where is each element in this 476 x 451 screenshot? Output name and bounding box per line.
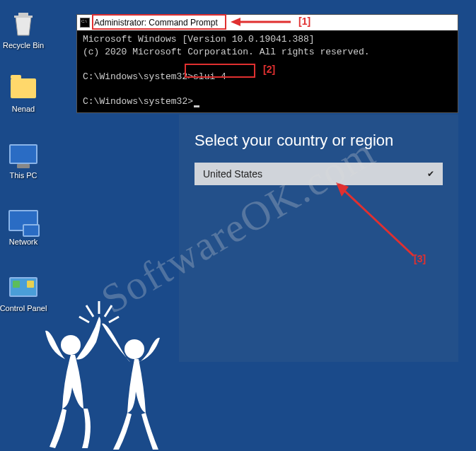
cmd-prompt-line: C:\Windows\system32> (83, 95, 452, 108)
region-dialog: Select your country or region United Sta… (179, 115, 458, 362)
network-icon (8, 205, 38, 235)
svg-rect-0 (18, 13, 28, 16)
folder-icon (8, 72, 38, 102)
svg-rect-1 (14, 16, 33, 18)
mascot-figures (28, 288, 177, 451)
desktop-icon-nenad[interactable]: Nenad (0, 72, 48, 113)
svg-line-8 (86, 305, 93, 317)
this-pc-icon (8, 139, 38, 168)
desktop-icon-label: Recycle Bin (0, 41, 48, 49)
svg-line-9 (105, 305, 112, 317)
cmd-title: Administrator: Command Prompt (94, 18, 218, 28)
desktop-icon-label: Nenad (0, 105, 48, 113)
country-dropdown[interactable]: United States ✔ (195, 163, 443, 185)
dialog-title: Select your country or region (195, 131, 443, 150)
cmd-window-icon (80, 18, 90, 28)
desktop-icon-network[interactable]: Network (0, 205, 48, 246)
cmd-line: Microsoft Windows [Version 10.0.19041.38… (83, 33, 452, 46)
cmd-titlebar[interactable]: Administrator: Command Prompt (77, 15, 458, 30)
command-prompt-window[interactable]: Administrator: Command Prompt Microsoft … (76, 14, 458, 113)
cmd-line (83, 83, 452, 95)
recycle-bin-icon (8, 8, 38, 38)
cmd-body[interactable]: Microsoft Windows [Version 10.0.19041.38… (77, 30, 458, 110)
dropdown-value: United States (203, 168, 262, 180)
cmd-line (83, 58, 452, 71)
svg-point-12 (124, 339, 144, 359)
desktop-icon-control-panel[interactable]: Control Panel (0, 271, 48, 312)
desktop-icon-this-pc[interactable]: This PC (0, 139, 48, 180)
desktop-background: Recycle Bin Nenad This PC Network Contro… (0, 0, 476, 451)
cmd-line: (c) 2020 Microsoft Corporation. All righ… (83, 46, 452, 59)
cmd-prompt-line: C:\Windows\system32>slui 4 (83, 71, 452, 83)
desktop-icon-label: Network (0, 238, 48, 246)
control-panel-icon (8, 271, 38, 301)
cursor-icon (194, 105, 199, 107)
desktop-icon-recycle-bin[interactable]: Recycle Bin (0, 8, 48, 49)
svg-line-10 (79, 317, 89, 322)
desktop-icon-label: Control Panel (0, 304, 48, 312)
chevron-down-icon: ✔ (427, 169, 434, 179)
svg-line-11 (109, 317, 119, 322)
svg-point-6 (61, 335, 81, 355)
desktop-icon-label: This PC (0, 171, 48, 180)
